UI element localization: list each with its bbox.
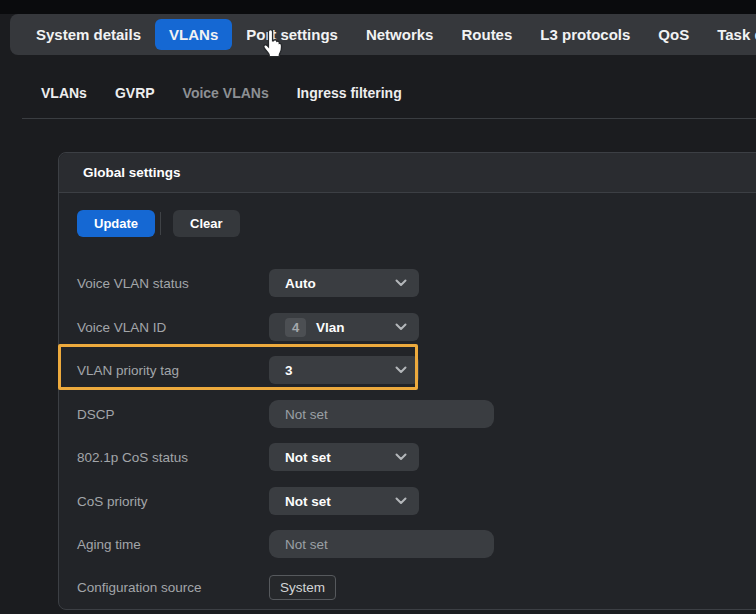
field-label: VLAN priority tag	[77, 363, 251, 378]
cos-priority-dropdown[interactable]: Not set	[269, 487, 419, 515]
8021p-cos-status-dropdown[interactable]: Not set	[269, 443, 419, 471]
panel-header: Global settings	[59, 153, 756, 193]
dropdown-value: Auto	[285, 276, 395, 291]
nav-tab-system-details[interactable]: System details	[22, 19, 155, 50]
chevron-down-icon	[395, 497, 407, 505]
nav-tab-qos[interactable]: QoS	[644, 19, 703, 50]
voice-vlan-status-dropdown[interactable]: Auto	[269, 269, 419, 297]
field-label: CoS priority	[77, 494, 251, 509]
field-label: Voice VLAN status	[77, 276, 251, 291]
subnav-tab-vlans[interactable]: VLANs	[41, 85, 87, 101]
chevron-down-icon	[395, 366, 407, 374]
field-label: Configuration source	[77, 580, 251, 595]
nav-tab-routes[interactable]: Routes	[447, 19, 526, 50]
subnav-tab-voice-vlans[interactable]: Voice VLANs	[183, 85, 269, 101]
chevron-down-icon	[395, 453, 407, 461]
nav-tab-port-settings[interactable]: Port settings	[232, 19, 352, 50]
dropdown-value: Not set	[285, 494, 395, 509]
dropdown-value: Not set	[285, 450, 395, 465]
panel-title: Global settings	[83, 165, 181, 180]
field-label: Voice VLAN ID	[77, 320, 251, 335]
top-strip	[0, 0, 756, 14]
nav-tab-networks[interactable]: Networks	[352, 19, 448, 50]
field-label: Aging time	[77, 537, 251, 552]
subnav-tab-gvrp[interactable]: GVRP	[115, 85, 155, 101]
vlan-priority-tag-dropdown[interactable]: 3	[269, 356, 419, 384]
subnav-tab-ingress-filtering[interactable]: Ingress filtering	[297, 85, 402, 101]
aging-time-input[interactable]	[269, 530, 494, 558]
field-label: 802.1p CoS status	[77, 450, 251, 465]
clear-button[interactable]: Clear	[173, 210, 240, 237]
update-button[interactable]: Update	[77, 210, 155, 237]
vlan-id-badge: 4	[285, 318, 306, 337]
nav-tab-task-queue[interactable]: Task queue	[703, 19, 756, 50]
chevron-down-icon	[395, 323, 407, 331]
nav-tab-l3-protocols[interactable]: L3 protocols	[526, 19, 644, 50]
button-divider	[160, 212, 161, 235]
vlan-subnav: VLANs GVRP Voice VLANs Ingress filtering	[41, 85, 402, 101]
chevron-down-icon	[395, 279, 407, 287]
dropdown-value: 3	[285, 363, 395, 378]
voice-vlan-id-dropdown[interactable]: 4 Vlan	[269, 313, 419, 341]
dscp-input[interactable]	[269, 400, 494, 428]
dropdown-value: Vlan	[316, 320, 395, 335]
configuration-source-badge: System	[269, 575, 336, 600]
global-settings-panel: Global settings Update Clear Voice VLAN …	[58, 152, 756, 610]
main-navbar: System details VLANs Port settings Netwo…	[10, 14, 756, 55]
subnav-divider	[22, 118, 756, 119]
field-label: DSCP	[77, 407, 251, 422]
nav-tab-vlans[interactable]: VLANs	[155, 19, 232, 50]
